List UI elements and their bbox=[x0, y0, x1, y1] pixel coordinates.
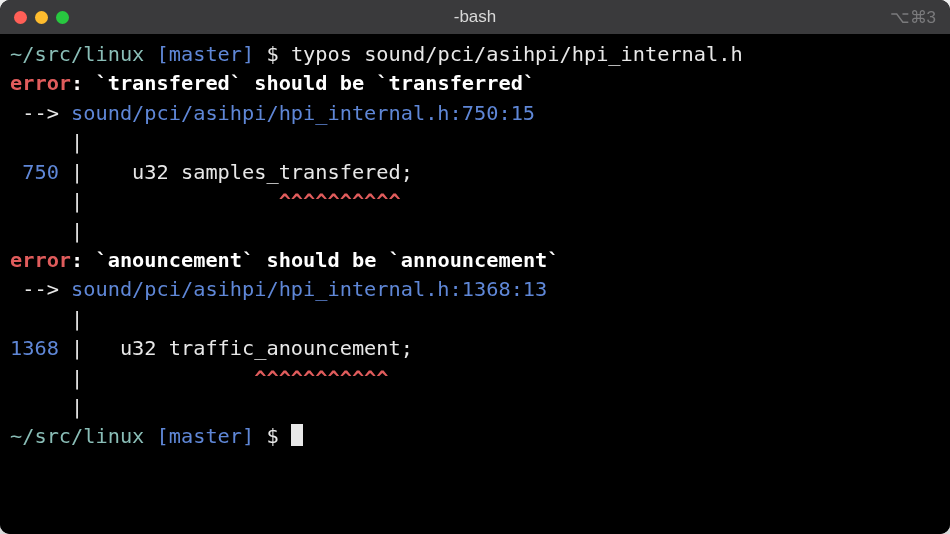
command-text: typos sound/pci/asihpi/hpi_internal.h bbox=[291, 42, 743, 66]
prompt-branch: [master] bbox=[157, 424, 255, 448]
line-number: 750 bbox=[10, 160, 59, 184]
error-label: error bbox=[10, 248, 71, 272]
error-label: error bbox=[10, 71, 71, 95]
cursor-icon bbox=[291, 424, 303, 446]
gutter: | bbox=[10, 219, 95, 243]
arrow-icon: --> bbox=[10, 101, 71, 125]
gutter: | bbox=[10, 130, 95, 154]
close-icon[interactable] bbox=[14, 11, 27, 24]
traffic-lights bbox=[14, 11, 69, 24]
gutter: | bbox=[10, 366, 254, 390]
gutter: | bbox=[10, 307, 95, 331]
zoom-icon[interactable] bbox=[56, 11, 69, 24]
line-number: 1368 bbox=[10, 336, 59, 360]
file-location: sound/pci/asihpi/hpi_internal.h:1368:13 bbox=[71, 277, 547, 301]
terminal-window: -bash ⌥⌘3 ~/src/linux [master] $ typos s… bbox=[0, 0, 950, 534]
keyboard-shortcut-hint: ⌥⌘3 bbox=[890, 7, 936, 28]
gutter: | bbox=[10, 395, 95, 419]
error-message: : `anouncement` should be `announcement` bbox=[71, 248, 559, 272]
terminal-output[interactable]: ~/src/linux [master] $ typos sound/pci/a… bbox=[0, 34, 950, 534]
caret-underline: ^^^^^^^^^^ bbox=[279, 189, 401, 213]
file-location: sound/pci/asihpi/hpi_internal.h:750:15 bbox=[71, 101, 535, 125]
arrow-icon: --> bbox=[10, 277, 71, 301]
gutter: | bbox=[59, 160, 96, 184]
window-title: -bash bbox=[0, 7, 950, 27]
gutter: | bbox=[10, 189, 279, 213]
caret-underline: ^^^^^^^^^^^ bbox=[254, 366, 388, 390]
titlebar[interactable]: -bash ⌥⌘3 bbox=[0, 0, 950, 34]
code-line: u32 traffic_anouncement; bbox=[95, 336, 413, 360]
prompt-branch: [master] bbox=[157, 42, 255, 66]
minimize-icon[interactable] bbox=[35, 11, 48, 24]
gutter: | bbox=[59, 336, 96, 360]
prompt-path: ~/src/linux bbox=[10, 424, 144, 448]
prompt-path: ~/src/linux bbox=[10, 42, 144, 66]
prompt-symbol: $ bbox=[266, 42, 278, 66]
prompt-symbol: $ bbox=[266, 424, 278, 448]
error-message: : `transfered` should be `transferred` bbox=[71, 71, 535, 95]
code-line: u32 samples_transfered; bbox=[95, 160, 412, 184]
